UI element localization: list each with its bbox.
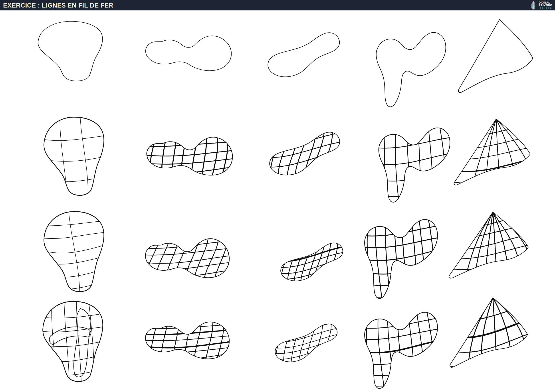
figure-row3-col1-tooth-wireframe	[33, 205, 122, 301]
figure-row4-col5-flag-wireframe	[439, 294, 546, 383]
figure-row3-col5-flag-wireframe	[438, 208, 547, 293]
figure-row2-col1-tooth-wireframe	[33, 111, 122, 204]
figure-row1-col4-scurve-outline	[363, 21, 456, 110]
figure-row2-col3-bean-wireframe	[250, 121, 347, 199]
figure-row4-col2-peanut-wireframe	[135, 304, 235, 382]
figure-row3-col4-scurve-wireframe	[351, 207, 448, 302]
figure-row4-col4-scurve-wireframe	[351, 301, 448, 392]
figure-row2-col5-flag-wireframe	[444, 115, 548, 200]
brand-line-school: .SCHOOL	[539, 7, 552, 9]
brand-logo: DIGITAL PAINTING .SCHOOL	[530, 1, 552, 10]
figure-row1-col3-bean-outline	[248, 21, 347, 101]
figure-row2-col2-peanut-wireframe	[137, 119, 239, 199]
brand-line-painting: PAINTING	[539, 4, 552, 7]
exercise-board	[0, 10, 555, 392]
figure-row1-col1-tooth-outline	[27, 17, 122, 88]
figure-row3-col2-peanut-wireframe	[135, 220, 235, 302]
page-title: EXERCICE : LIGNES EN FIL DE FER	[3, 1, 113, 9]
brand-text: DIGITAL PAINTING .SCHOOL	[539, 1, 552, 9]
figure-row1-col2-peanut-outline	[135, 19, 238, 92]
pencil-logo-icon	[530, 0, 537, 10]
figure-row4-col3-bean-wireframe	[257, 314, 344, 383]
figure-row4-col1-tooth-wireframe	[32, 295, 121, 391]
figure-row1-col5-flag-outline	[448, 15, 551, 109]
header-bar: EXERCICE : LIGNES EN FIL DE FER DIGITAL …	[0, 0, 555, 10]
figure-row3-col3-bean-wireframe	[263, 233, 350, 302]
